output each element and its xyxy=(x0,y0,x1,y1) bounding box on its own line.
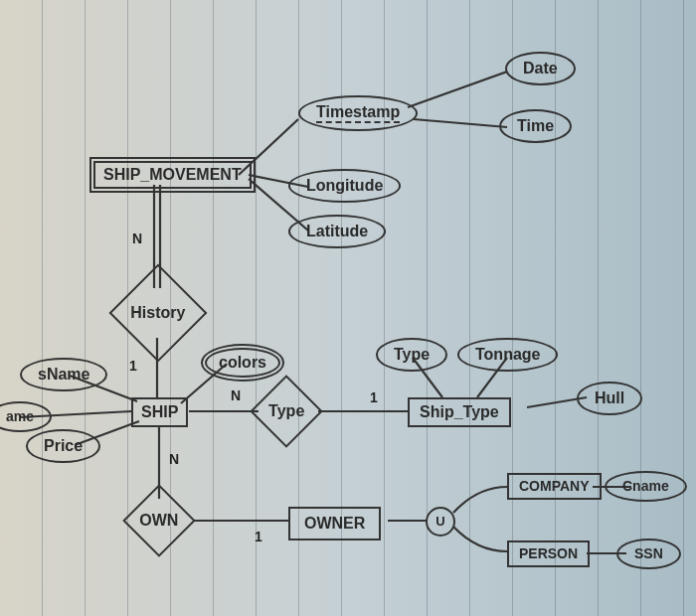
attr-ssn: SSN xyxy=(616,539,681,569)
attr-latitude-label: Latitude xyxy=(306,223,368,240)
rel-history: History xyxy=(109,264,208,363)
rel-own: OWN xyxy=(122,484,196,557)
entity-ship-movement-label: SHIP_MOVEMENT xyxy=(93,161,252,189)
entity-ship: SHIP xyxy=(131,397,188,427)
card-own-n: N xyxy=(169,451,179,467)
attr-hull-label: Hull xyxy=(595,389,624,407)
attr-timestamp-label: Timestamp xyxy=(316,103,400,123)
card-type-n: N xyxy=(231,387,241,403)
entity-owner: OWNER xyxy=(288,507,381,540)
attr-cname-label: Cname xyxy=(622,479,669,494)
attr-longitude: Longitude xyxy=(288,169,401,203)
attr-time-label: Time xyxy=(517,117,554,135)
attr-sname-label: sName xyxy=(38,366,89,384)
er-diagram: SHIP_MOVEMENT SHIP Ship_Type OWNER COMPA… xyxy=(0,0,696,616)
attr-ame-label: ame xyxy=(6,409,34,424)
attr-ssn-label: SSN xyxy=(634,546,663,561)
svg-line-7 xyxy=(414,119,507,127)
specialization-label: U xyxy=(435,515,444,529)
attr-timestamp: Timestamp xyxy=(298,95,418,131)
entity-ship-type-label: Ship_Type xyxy=(420,403,499,421)
attr-colors-label: colors xyxy=(205,348,280,378)
attr-price-label: Price xyxy=(44,437,83,455)
attr-price: Price xyxy=(26,429,100,463)
attr-date-label: Date xyxy=(523,60,558,77)
entity-person: PERSON xyxy=(507,540,590,567)
entity-company: COMPANY xyxy=(507,473,602,500)
attr-tonnage-label: Tonnage xyxy=(475,346,540,364)
attr-hull: Hull xyxy=(577,382,642,415)
entity-person-label: PERSON xyxy=(519,546,578,561)
attr-time: Time xyxy=(499,109,572,143)
entity-ship-type: Ship_Type xyxy=(408,397,511,427)
attr-type-label: Type xyxy=(394,346,430,364)
specialization-circle: U xyxy=(426,507,455,537)
entity-company-label: COMPANY xyxy=(519,479,590,494)
attr-date: Date xyxy=(505,52,576,85)
attr-tonnage: Tonnage xyxy=(457,338,558,372)
attr-cname: Cname xyxy=(605,471,687,502)
rel-history-label: History xyxy=(130,304,185,322)
svg-line-6 xyxy=(408,72,507,107)
rel-own-label: OWN xyxy=(139,512,178,530)
rel-type-label: Type xyxy=(268,402,304,420)
attr-latitude: Latitude xyxy=(288,215,386,248)
card-own-1: 1 xyxy=(255,529,262,544)
attr-colors: colors xyxy=(201,344,284,382)
entity-ship-movement: SHIP_MOVEMENT xyxy=(89,157,256,193)
attr-longitude-label: Longitude xyxy=(306,177,383,195)
attr-ame: ame xyxy=(0,401,52,432)
attr-sname: sName xyxy=(20,358,107,391)
card-history-1: 1 xyxy=(129,358,137,374)
entity-owner-label: OWNER xyxy=(304,515,365,533)
entity-ship-label: SHIP xyxy=(141,403,178,421)
attr-type: Type xyxy=(376,338,447,372)
rel-type: Type xyxy=(250,375,323,448)
card-history-n: N xyxy=(132,231,142,246)
card-type-1: 1 xyxy=(370,389,378,405)
